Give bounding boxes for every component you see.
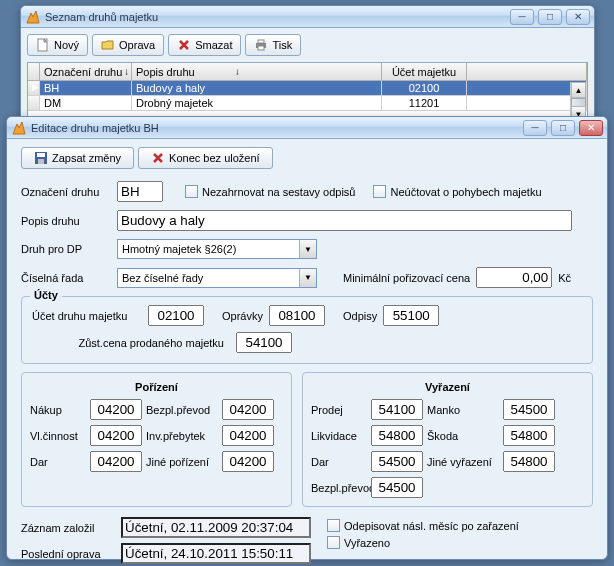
save-button[interactable]: Zapsat změny xyxy=(21,147,134,169)
ucetdruhu-field[interactable] xyxy=(148,305,204,326)
porizeni-title: Pořízení xyxy=(30,381,283,393)
vyrazeno-checkbox[interactable]: Vyřazeno xyxy=(327,536,519,549)
posledni-field xyxy=(121,543,311,564)
save-label: Zapsat změny xyxy=(52,152,121,164)
popis-label: Popis druhu xyxy=(21,215,111,227)
win1-close-button[interactable]: ✕ xyxy=(566,9,590,25)
ucty-group-title: Účty xyxy=(30,289,62,301)
scroll-up-button[interactable]: ▲ xyxy=(571,82,586,98)
por-bezpl-field[interactable] xyxy=(222,399,274,420)
grid-col2-header[interactable]: Popis druhu↓ xyxy=(132,63,382,80)
edit-button[interactable]: Oprava xyxy=(92,34,164,56)
chevron-down-icon[interactable]: ▼ xyxy=(299,269,316,287)
vyr-dar-field[interactable] xyxy=(371,451,423,472)
odpisy-field[interactable] xyxy=(383,305,439,326)
new-label: Nový xyxy=(54,39,79,51)
cancel-button[interactable]: Konec bez uložení xyxy=(138,147,273,169)
grid-col1-header[interactable]: Označení druhu↓ xyxy=(40,63,132,80)
ciselna-label: Číselná řada xyxy=(21,272,111,284)
por-nakup-field[interactable] xyxy=(90,399,142,420)
zaznam-field xyxy=(121,517,311,538)
print-icon xyxy=(254,38,268,52)
print-button[interactable]: Tisk xyxy=(245,34,301,56)
ucetdruhu-label: Účet druhu majetku xyxy=(32,310,142,322)
svg-rect-3 xyxy=(258,46,264,50)
druhdp-combo[interactable]: ▼ xyxy=(117,239,317,259)
nezahrnovat-checkbox[interactable]: Nezahrnovat na sestavy odpisů xyxy=(185,185,355,198)
checkbox-icon xyxy=(185,185,198,198)
checkbox-icon xyxy=(327,519,340,532)
new-button[interactable]: Nový xyxy=(27,34,88,56)
opravky-field[interactable] xyxy=(269,305,325,326)
minporiz-field[interactable] xyxy=(476,267,552,288)
vyr-likv-field[interactable] xyxy=(371,425,423,446)
win1-minimize-button[interactable]: ─ xyxy=(510,9,534,25)
neuctovat-checkbox[interactable]: Neúčtovat o pohybech majetku xyxy=(373,185,541,198)
new-icon xyxy=(36,38,50,52)
print-label: Tisk xyxy=(272,39,292,51)
odpisy-label: Odpisy xyxy=(343,310,377,322)
app-icon xyxy=(11,120,27,136)
table-row[interactable]: ▶ BH Budovy a haly 02100 xyxy=(28,81,587,96)
cancel-label: Konec bez uložení xyxy=(169,152,260,164)
win1-toolbar: Nový Oprava Smazat Tisk xyxy=(21,28,594,62)
edit-label: Oprava xyxy=(119,39,155,51)
win1-maximize-button[interactable]: □ xyxy=(538,9,562,25)
por-invpr-field[interactable] xyxy=(222,425,274,446)
vyr-prodej-field[interactable] xyxy=(371,399,423,420)
svg-rect-1 xyxy=(258,40,264,43)
opravky-label: Oprávky xyxy=(222,310,263,322)
win2-maximize-button[interactable]: □ xyxy=(551,120,575,136)
win2-minimize-button[interactable]: ─ xyxy=(523,120,547,136)
win2-title: Editace druhu majetku BH xyxy=(31,122,523,134)
por-dar-field[interactable] xyxy=(90,451,142,472)
zustcena-label: Zůst.cena prodaného majetku xyxy=(32,337,230,349)
por-jine-field[interactable] xyxy=(222,451,274,472)
win1-title: Seznam druhů majetku xyxy=(45,11,510,23)
app-icon xyxy=(25,9,41,25)
por-vlcin-field[interactable] xyxy=(90,425,142,446)
kc-label: Kč xyxy=(558,272,571,284)
row-marker: ▶ xyxy=(28,81,40,95)
vyr-skoda-field[interactable] xyxy=(503,425,555,446)
posledni-label: Poslední oprava xyxy=(21,548,115,560)
zaznam-label: Záznam založil xyxy=(21,522,115,534)
win2-close-button[interactable]: ✕ xyxy=(579,120,603,136)
zustcena-field[interactable] xyxy=(236,332,292,353)
win1-titlebar[interactable]: Seznam druhů majetku ─ □ ✕ xyxy=(21,6,594,28)
folder-open-icon xyxy=(101,38,115,52)
cancel-icon xyxy=(151,151,165,165)
win2-titlebar[interactable]: Editace druhu majetku BH ─ □ ✕ xyxy=(7,117,607,139)
chevron-down-icon[interactable]: ▼ xyxy=(299,240,316,258)
table-row[interactable]: DM Drobný majetek 11201 xyxy=(28,96,587,111)
druhdp-label: Druh pro DP xyxy=(21,243,111,255)
ciselna-combo[interactable]: ▼ xyxy=(117,268,317,288)
checkbox-icon xyxy=(373,185,386,198)
minporiz-label: Minimální pořizovací cena xyxy=(343,272,470,284)
delete-icon xyxy=(177,38,191,52)
svg-rect-5 xyxy=(37,153,45,157)
oznaceni-field[interactable] xyxy=(117,181,163,202)
svg-rect-6 xyxy=(38,159,44,164)
delete-button[interactable]: Smazat xyxy=(168,34,241,56)
grid-header: Označení druhu↓ Popis druhu↓ Účet majetk… xyxy=(28,63,587,81)
grid-col3-header[interactable]: Účet majetku xyxy=(382,63,467,80)
delete-label: Smazat xyxy=(195,39,232,51)
vyr-bezpl-field[interactable] xyxy=(371,477,423,498)
checkbox-icon xyxy=(327,536,340,549)
save-icon xyxy=(34,151,48,165)
oznaceni-label: Označení druhu xyxy=(21,186,111,198)
vyr-manko-field[interactable] xyxy=(503,399,555,420)
odepisovat-checkbox[interactable]: Odepisovat násl. měsíc po zařazení xyxy=(327,519,519,532)
vyr-jine-field[interactable] xyxy=(503,451,555,472)
popis-field[interactable] xyxy=(117,210,572,231)
vyrazeni-title: Vyřazení xyxy=(311,381,584,393)
